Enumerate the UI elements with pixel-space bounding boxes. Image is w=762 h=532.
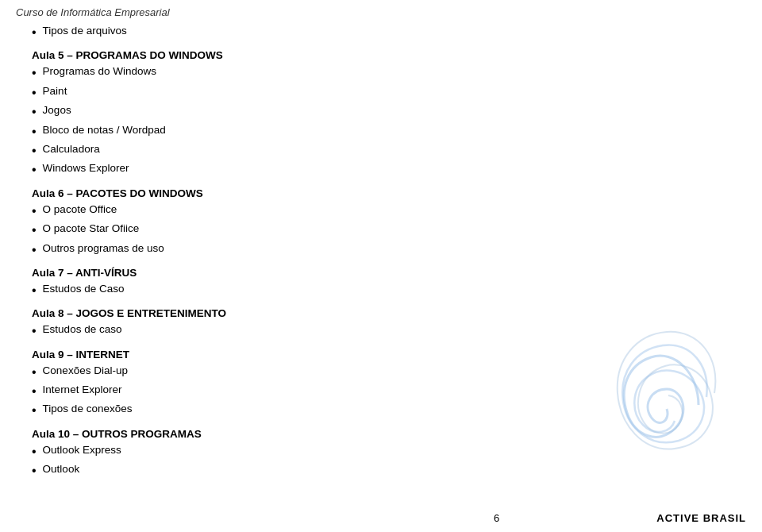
- list-item: •Jogos: [16, 103, 746, 121]
- list-item: •Paint: [16, 84, 746, 102]
- intro-bullet-item: • Tipos de arquivos: [16, 24, 746, 41]
- list-item: •Programas do Windows: [16, 64, 746, 82]
- bullet-icon: •: [32, 202, 37, 220]
- footer: 6 ACTIVE BRASIL: [0, 512, 762, 524]
- intro-text: Tipos de arquivos: [43, 24, 127, 39]
- bullet-icon: •: [32, 64, 37, 82]
- section-heading-5: Aula 5 – PROGRAMAS DO WINDOWS: [16, 49, 746, 61]
- list-item-text: Conexões Dial-up: [43, 364, 128, 379]
- list-item: •Calculadora: [16, 142, 746, 160]
- list-item-text: Internet Explorer: [43, 383, 122, 398]
- bullet-icon: •: [32, 123, 37, 141]
- list-item: •Estudos de Caso: [16, 282, 746, 299]
- list-item: •Outros programas de uso: [16, 241, 746, 259]
- list-item-text: Tipos de conexões: [43, 402, 133, 417]
- decorative-swirl: [579, 326, 738, 484]
- bullet-icon: •: [32, 443, 37, 461]
- course-title: Curso de Informática Empresarial: [16, 6, 170, 18]
- page-number: 6: [337, 512, 657, 524]
- bullet-icon: •: [32, 142, 37, 160]
- list-item: •Windows Explorer: [16, 161, 746, 179]
- list-item: •Bloco de notas / Wordpad: [16, 123, 746, 141]
- list-item-text: O pacote Star Ofiice: [43, 222, 140, 237]
- brand-label: ACTIVE BRASIL: [656, 512, 746, 524]
- section-heading-7: Aula 7 – ANTI-VÍRUS: [16, 267, 746, 279]
- list-item-text: Outros programas de uso: [43, 241, 164, 256]
- bullet-icon: •: [32, 241, 37, 259]
- bullet-icon: •: [32, 402, 37, 419]
- section-heading-8: Aula 8 – JOGOS E ENTRETENIMENTO: [16, 307, 746, 319]
- section-heading-6: Aula 6 – PACOTES DO WINDOWS: [16, 187, 746, 199]
- list-item-text: Calculadora: [43, 142, 100, 157]
- list-item: •O pacote Office: [16, 202, 746, 220]
- list-item-text: Programas do Windows: [43, 64, 156, 79]
- bullet-icon: •: [32, 383, 37, 400]
- bullet-icon: •: [32, 462, 37, 480]
- bullet-icon: •: [32, 364, 37, 381]
- list-item-text: Bloco de notas / Wordpad: [43, 123, 166, 138]
- bullet-icon: •: [32, 103, 37, 121]
- list-item-text: Paint: [43, 84, 67, 99]
- list-item-text: Estudos de Caso: [43, 282, 125, 297]
- bullet-icon: •: [32, 322, 37, 340]
- bullet-icon: •: [32, 282, 37, 299]
- list-item: •O pacote Star Ofiice: [16, 222, 746, 239]
- list-item-text: Outlook: [43, 462, 80, 477]
- list-item-text: Outlook Express: [43, 443, 121, 458]
- bullet-icon: •: [32, 222, 37, 239]
- list-item-text: Windows Explorer: [43, 161, 129, 176]
- bullet-icon: •: [32, 161, 37, 179]
- bullet-icon: •: [32, 24, 37, 41]
- bullet-icon: •: [32, 84, 37, 102]
- list-item-text: Estudos de caso: [43, 322, 122, 337]
- list-item-text: Jogos: [43, 103, 71, 118]
- list-item-text: O pacote Office: [43, 202, 117, 218]
